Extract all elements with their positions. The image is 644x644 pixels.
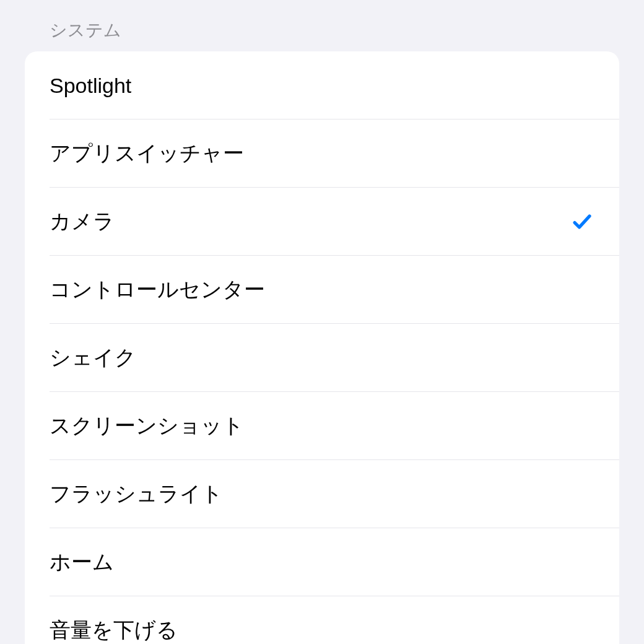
item-label: コントロールセンター [50,276,265,304]
system-actions-list: Spotlight アプリスイッチャー カメラ コントロールセンター シェイク … [25,51,619,644]
section-header-system: システム [25,0,619,51]
item-label: アプリスイッチャー [50,139,244,168]
list-item-flashlight[interactable]: フラッシュライト [25,460,619,528]
item-label: ホーム [50,548,114,577]
item-label: シェイク [50,344,136,372]
list-item-control-center[interactable]: コントロールセンター [25,256,619,324]
item-label: カメラ [50,207,115,236]
list-item-screenshot[interactable]: スクリーンショット [25,392,619,460]
list-item-shake[interactable]: シェイク [25,324,619,392]
list-item-home[interactable]: ホーム [25,528,619,596]
item-label: スクリーンショット [50,412,244,440]
item-label: 音量を下げる [50,616,178,644]
list-item-camera[interactable]: カメラ [25,188,619,256]
list-item-app-switcher[interactable]: アプリスイッチャー [25,120,619,188]
list-item-spotlight[interactable]: Spotlight [25,51,619,120]
item-label: フラッシュライト [50,480,223,508]
list-item-volume-down[interactable]: 音量を下げる [25,596,619,644]
item-label: Spotlight [50,74,131,98]
checkmark-icon [570,209,594,234]
